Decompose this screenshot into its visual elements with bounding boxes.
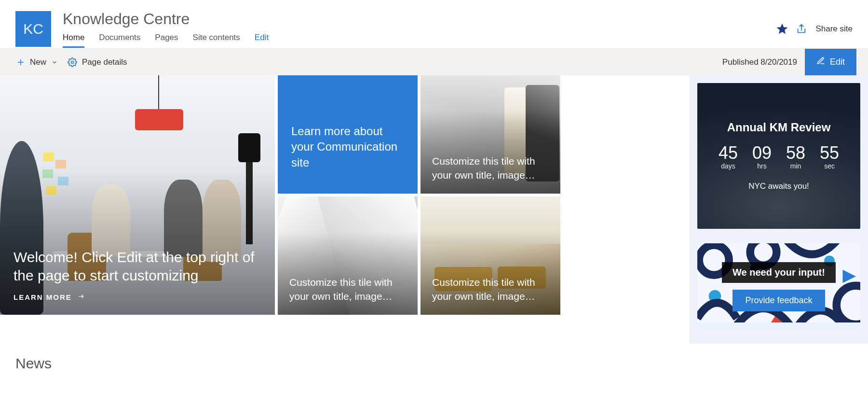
svg-point-4: [71, 61, 74, 63]
new-label: New: [30, 57, 46, 67]
hero-section: Welcome! Click Edit at the top right of …: [0, 75, 684, 344]
page-details-button[interactable]: Page details: [63, 54, 132, 71]
nav-edit[interactable]: Edit: [255, 31, 269, 48]
countdown-days-lbl: days: [719, 162, 738, 170]
countdown-subtitle: NYC awaits you!: [748, 182, 809, 191]
site-title: Knowledge Centre: [63, 10, 269, 28]
hero-tile-main[interactable]: Welcome! Click Edit at the top right of …: [0, 75, 275, 315]
site-logo[interactable]: KC: [15, 11, 51, 47]
command-bar: New Page details Published 8/20/2019 Edi…: [0, 48, 868, 75]
edit-button[interactable]: Edit: [805, 49, 856, 76]
hero-tile-c-text: Customize this tile with your own title,…: [432, 276, 549, 303]
right-column: Annual KM Review 45 days 09 hrs 58 min 5…: [690, 75, 868, 344]
countdown-sec-num: 55: [820, 143, 839, 163]
nav-site-contents[interactable]: Site contents: [193, 31, 240, 48]
hero-tile-a[interactable]: Customize this tile with your own title,…: [420, 75, 560, 194]
pencil-icon: [816, 56, 825, 68]
countdown-sec: 55 sec: [820, 143, 839, 170]
countdown-min-lbl: min: [786, 162, 805, 170]
share-icon[interactable]: [796, 24, 807, 34]
hero-tile-blue-text: Learn more about your Communication site: [291, 124, 404, 170]
gear-icon: [68, 57, 77, 67]
chevron-down-icon: [51, 59, 58, 66]
countdown-hrs-num: 09: [752, 143, 772, 163]
published-label: Published 8/20/2019: [722, 57, 797, 67]
hero-title: Welcome! Click Edit at the top right of …: [14, 248, 261, 284]
svg-marker-0: [778, 25, 787, 33]
feedback-card: We need your input! Provide feedback: [697, 243, 860, 330]
hero-tile-c[interactable]: Customize this tile with your own title,…: [420, 196, 560, 315]
site-nav: Home Documents Pages Site contents Edit: [63, 31, 269, 48]
nav-home[interactable]: Home: [63, 31, 84, 48]
feedback-title: We need your input!: [722, 262, 836, 283]
star-icon[interactable]: [777, 24, 787, 34]
hero-tile-blue[interactable]: Learn more about your Communication site: [278, 75, 418, 194]
countdown-days-num: 45: [719, 143, 738, 163]
new-button[interactable]: New: [12, 54, 63, 71]
header-actions: Share site: [777, 24, 853, 34]
countdown-min-num: 58: [786, 143, 805, 163]
edit-label: Edit: [830, 57, 845, 67]
page-canvas: Welcome! Click Edit at the top right of …: [0, 75, 868, 344]
countdown-min: 58 min: [786, 143, 805, 170]
countdown-sec-lbl: sec: [820, 162, 839, 170]
hero-tile-b-text: Customize this tile with your own title,…: [289, 276, 406, 303]
site-header: KC Knowledge Centre Home Documents Pages…: [0, 0, 868, 48]
countdown-days: 45 days: [719, 143, 738, 170]
site-title-nav: Knowledge Centre Home Documents Pages Si…: [63, 10, 269, 48]
countdown-title: Annual KM Review: [727, 121, 831, 134]
plus-icon: [16, 58, 25, 67]
learn-more-link[interactable]: LEARN MORE: [14, 293, 261, 301]
news-heading: News: [0, 344, 868, 379]
hero-content: Welcome! Click Edit at the top right of …: [14, 248, 261, 301]
arrow-right-icon: [77, 293, 85, 301]
countdown-hrs: 09 hrs: [752, 143, 772, 170]
learn-more-label: LEARN MORE: [14, 293, 72, 301]
page-details-label: Page details: [82, 57, 127, 67]
share-site-label[interactable]: Share site: [815, 24, 853, 34]
provide-feedback-button[interactable]: Provide feedback: [732, 290, 825, 311]
nav-documents[interactable]: Documents: [99, 31, 140, 48]
nav-pages[interactable]: Pages: [155, 31, 178, 48]
countdown-hrs-lbl: hrs: [752, 162, 772, 170]
countdown-row: 45 days 09 hrs 58 min 55 sec: [719, 143, 839, 170]
hero-tile-a-text: Customize this tile with your own title,…: [432, 154, 549, 182]
hero-tile-b[interactable]: Customize this tile with your own title,…: [278, 196, 418, 315]
countdown-card[interactable]: Annual KM Review 45 days 09 hrs 58 min 5…: [697, 83, 860, 229]
